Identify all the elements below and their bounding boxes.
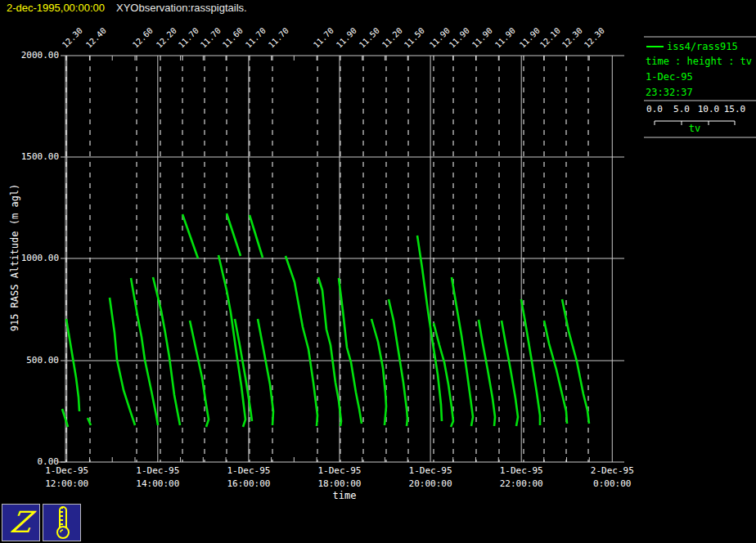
profile-15	[434, 323, 453, 427]
profile-2	[88, 298, 135, 425]
x-tick-date: 1-Dec-95	[484, 465, 558, 477]
legend-time: 23:32:37	[646, 87, 693, 98]
y-tick-label: 2000.00	[10, 50, 59, 61]
profile-3	[131, 278, 158, 425]
x-tick-time: 18:00:00	[303, 478, 376, 490]
profile-5	[182, 214, 209, 427]
profile-4	[153, 277, 180, 425]
toolbar: Z	[2, 504, 81, 541]
tv-scale-tick: 0.0	[641, 104, 668, 115]
tv-scale-tick: 15.0	[722, 104, 748, 115]
tv-scale-tick: 10.0	[695, 104, 722, 115]
profile-12	[371, 319, 386, 425]
profile-16	[452, 277, 473, 426]
x-tick-time: 16:00:00	[212, 478, 286, 490]
x-tick-date: 1-Dec-95	[394, 465, 467, 477]
zoom-z-icon: Z	[8, 506, 34, 539]
profile-1	[62, 319, 79, 427]
profile-11	[339, 278, 362, 424]
thermometer-icon	[51, 505, 74, 540]
profile-10	[318, 277, 341, 426]
x-tick-time: 14:00:00	[121, 478, 195, 490]
x-tick-date: 2-Dec-95	[575, 465, 649, 477]
x-tick-date: 1-Dec-95	[30, 465, 104, 477]
tv-scale-tick: 5.0	[668, 104, 695, 115]
profile-8	[250, 215, 273, 425]
profile-21	[562, 299, 589, 424]
legend-date: 1-Dec-95	[646, 71, 693, 83]
profile-14	[417, 236, 442, 421]
x-tick-time: 22:00:00	[484, 478, 558, 490]
legend-fields-label: time : height : tv	[646, 56, 752, 67]
profile-19	[521, 299, 540, 425]
x-axis-title: time	[320, 490, 369, 501]
x-tick-time: 12:00:00	[30, 478, 104, 490]
x-tick-time: 20:00:00	[394, 478, 467, 490]
app-window: 2-dec-1995,00:00:00XYObservation:rasspig…	[0, 0, 756, 543]
thermometer-tool-button[interactable]	[43, 504, 81, 541]
x-tick-date: 1-Dec-95	[212, 465, 286, 477]
profile-9	[286, 256, 317, 426]
x-tick-time: 0:00:00	[575, 478, 649, 490]
x-tick-date: 1-Dec-95	[121, 465, 195, 477]
y-axis-title: 915 RASS Altitude (m agl)	[9, 135, 20, 380]
tv-scale-label: tv	[682, 123, 707, 134]
profile-18	[502, 321, 518, 426]
profile-17	[479, 320, 495, 426]
profile-13	[389, 299, 407, 426]
profile-6	[218, 255, 245, 427]
profile-20	[544, 321, 567, 424]
zoom-tool-button[interactable]: Z	[2, 504, 40, 541]
x-tick-date: 1-Dec-95	[303, 465, 376, 477]
legend-series-label: iss4/rass915	[667, 41, 738, 52]
profile-lines	[62, 213, 589, 427]
plot-canvas[interactable]	[0, 0, 756, 543]
